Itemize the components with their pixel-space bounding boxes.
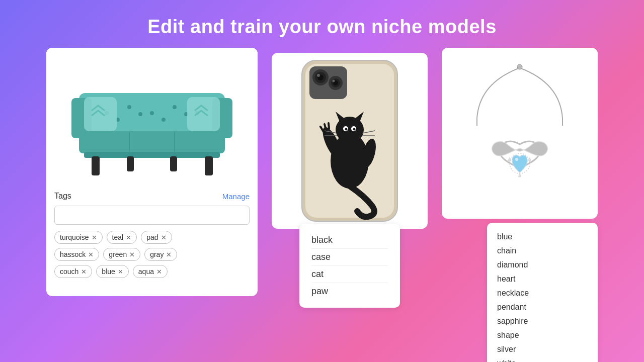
tags-header: Tags Manage	[54, 192, 250, 201]
manage-link[interactable]: Manage	[222, 192, 250, 201]
svg-point-32	[333, 80, 335, 82]
tag-aqua: aqua ✕	[133, 265, 168, 278]
page-title: Edit and train your own niche models	[0, 0, 644, 48]
tag-pad: pad ✕	[141, 231, 172, 244]
cards-container: Tags Manage turquoise ✕ teal ✕ pad ✕ has…	[0, 48, 644, 362]
jewelry-tag-necklace: necklace	[497, 286, 588, 300]
tag-row-1: turquoise ✕ teal ✕ pad ✕	[54, 231, 250, 244]
jewelry-tag-shape: shape	[497, 328, 588, 342]
jewelry-tag-heart: heart	[497, 272, 588, 286]
jewelry-tag-list: blue chain diamond heart necklace pendan…	[487, 223, 598, 362]
svg-rect-21	[205, 156, 213, 175]
svg-point-39	[345, 128, 348, 131]
svg-rect-19	[127, 156, 134, 171]
jewelry-tag-silver: silver	[497, 342, 588, 356]
svg-point-12	[138, 112, 142, 116]
tag-case: case	[311, 249, 388, 266]
svg-line-44	[329, 123, 329, 129]
jewelry-tag-white: white	[497, 356, 588, 362]
tag-blue: blue ✕	[96, 265, 128, 278]
svg-rect-17	[84, 152, 220, 158]
svg-point-13	[162, 118, 166, 122]
svg-point-7	[127, 105, 131, 109]
tags-section: Tags Manage turquoise ✕ teal ✕ pad ✕ has…	[46, 184, 258, 286]
tag-row-3: couch ✕ blue ✕ aqua ✕	[54, 265, 250, 278]
tag-cat: cat	[311, 266, 388, 283]
sofa-card: Tags Manage turquoise ✕ teal ✕ pad ✕ has…	[46, 48, 258, 296]
jewelry-tag-chain: chain	[497, 244, 588, 258]
remove-blue[interactable]: ✕	[118, 268, 123, 275]
svg-rect-50	[449, 53, 590, 214]
svg-rect-18	[92, 156, 100, 175]
svg-point-8	[150, 111, 154, 115]
tag-couch: couch ✕	[54, 265, 92, 278]
jewelry-tag-diamond: diamond	[497, 258, 588, 272]
svg-rect-15	[84, 97, 117, 131]
remove-couch[interactable]: ✕	[81, 268, 87, 275]
sofa-image	[46, 48, 258, 184]
remove-green[interactable]: ✕	[129, 251, 135, 258]
phone-case-card: black case cat paw	[272, 53, 428, 334]
remove-hassock[interactable]: ✕	[88, 251, 94, 258]
svg-point-40	[353, 128, 356, 131]
phone-tag-list: black case cat paw	[299, 224, 400, 308]
tag-green: green ✕	[103, 248, 140, 261]
svg-rect-20	[170, 156, 177, 171]
necklace-image	[442, 48, 598, 219]
jewelry-tag-blue: blue	[497, 230, 588, 244]
svg-rect-16	[187, 97, 220, 131]
tag-input[interactable]	[54, 206, 250, 225]
tag-paw: paw	[311, 283, 388, 300]
svg-rect-3	[79, 131, 225, 153]
tag-row-2: hassock ✕ green ✕ gray ✕	[54, 248, 250, 261]
remove-gray[interactable]: ✕	[166, 251, 172, 258]
svg-point-54	[515, 158, 518, 161]
jewelry-tag-sapphire: sapphire	[497, 314, 588, 328]
remove-aqua[interactable]: ✕	[156, 268, 162, 275]
remove-pad[interactable]: ✕	[161, 234, 167, 241]
necklace-card: blue chain diamond heart necklace pendan…	[442, 48, 598, 362]
tag-teal: teal ✕	[107, 231, 137, 244]
phone-image	[272, 53, 428, 229]
remove-turquoise[interactable]: ✕	[92, 234, 97, 241]
tag-black: black	[311, 232, 388, 249]
tag-gray: gray ✕	[144, 248, 177, 261]
svg-point-31	[317, 74, 320, 77]
remove-teal[interactable]: ✕	[126, 234, 131, 241]
jewelry-tag-pendant: pendant	[497, 300, 588, 314]
tag-turquoise: turquoise ✕	[54, 231, 103, 244]
tag-hassock: hassock ✕	[54, 248, 99, 261]
svg-point-51	[517, 64, 522, 69]
svg-point-9	[173, 105, 177, 109]
tags-label: Tags	[54, 192, 71, 201]
